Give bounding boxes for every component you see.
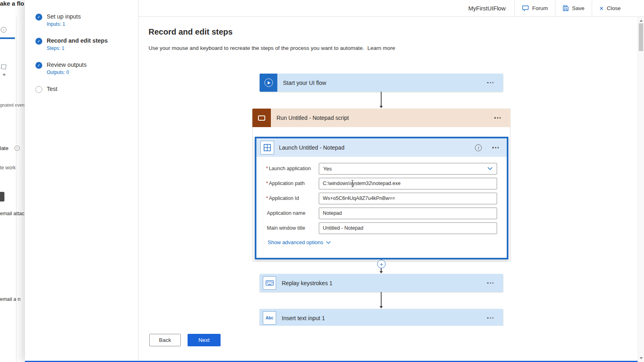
info-icon: i: [14, 146, 20, 151]
step-sublink-outputs[interactable]: Outputs: 0: [47, 70, 87, 75]
background-button-fragment: [0, 192, 4, 202]
template-shape-icon: [1, 64, 6, 70]
application-path-input[interactable]: [319, 178, 497, 189]
selected-tab-underline: [0, 37, 15, 39]
play-icon: [260, 74, 277, 92]
background-text-fragment: te work: [0, 165, 16, 171]
field-label: *Application Id: [266, 195, 319, 201]
forum-icon: [522, 5, 529, 11]
insert-step-button[interactable]: +: [377, 260, 386, 268]
save-icon: [563, 5, 569, 11]
connector-arrow: [381, 92, 382, 106]
wizard-content: Record and edit steps Use your mouse and…: [138, 17, 638, 362]
step-label: Review outputs: [47, 62, 87, 68]
more-menu-icon[interactable]: [486, 80, 494, 85]
ui-flow-wizard-panel: ✓ Set up inputs Inputs: 1 ✓ Record and e…: [25, 0, 644, 362]
topbar: MyFirstUIFlow Forum Save × Close: [138, 0, 644, 17]
field-label: Main window title: [266, 225, 319, 231]
next-button[interactable]: Next: [188, 334, 221, 346]
scroll-up-arrow[interactable]: [640, 20, 643, 22]
scrollbar[interactable]: [638, 17, 644, 362]
close-button[interactable]: × Close: [592, 0, 628, 16]
more-menu-icon[interactable]: [493, 115, 502, 120]
background-text-fragment: gnated even: [0, 103, 25, 107]
step-set-up-inputs[interactable]: ✓ Set up inputs Inputs: 1: [35, 13, 138, 29]
step-sublink-inputs[interactable]: Inputs: 1: [47, 21, 81, 27]
save-button[interactable]: Save: [555, 0, 592, 16]
step-sublink-steps[interactable]: Steps: 1: [47, 45, 107, 51]
background-text-fragment: late: [0, 145, 8, 151]
more-menu-icon[interactable]: [486, 281, 494, 285]
forum-button[interactable]: Forum: [515, 0, 555, 16]
launch-application-dropdown[interactable]: Yes: [319, 163, 497, 175]
background-divider: [16, 17, 17, 362]
check-icon: ✓: [35, 62, 42, 69]
field-label: *Application path: [266, 181, 319, 186]
launch-card-body: *Launch application Yes *Appl: [256, 157, 507, 245]
field-row-application-name: Application name: [266, 207, 507, 219]
card-title: Insert text input 1: [282, 315, 325, 321]
close-icon: ×: [599, 5, 604, 12]
step-label: Record and edit steps: [47, 37, 107, 44]
start-ui-flow-card[interactable]: Start your UI flow: [260, 74, 503, 92]
chevron-down-icon: [326, 241, 331, 244]
background-text-fragment: email attac: [0, 211, 24, 216]
connector-arrow: [381, 292, 382, 306]
launch-card-header[interactable]: Launch Untitled - Notepad i: [256, 138, 507, 157]
main-column: MyFirstUIFlow Forum Save × Close: [138, 0, 644, 362]
window-icon: [252, 109, 271, 127]
app-window-grid-icon: [260, 141, 274, 154]
field-row-application-id: *Application Id: [266, 192, 507, 204]
card-title: Start your UI flow: [283, 80, 326, 86]
background-text-fragment: email a n: [0, 296, 21, 302]
scrollbar-thumb[interactable]: [639, 23, 643, 51]
insert-text-input-card[interactable]: Abc Insert text input 1: [260, 309, 503, 326]
plus-icon: +: [2, 71, 6, 78]
card-title: Replay keystrokes 1: [282, 280, 332, 286]
info-icon[interactable]: i: [475, 144, 482, 151]
step-label: Test: [47, 86, 58, 92]
step-test[interactable]: Test: [35, 86, 138, 101]
card-title: Launch Untitled - Notepad: [279, 144, 345, 151]
card-title: Run Untitled - Notepad script: [277, 115, 349, 121]
empty-circle-icon: [35, 86, 42, 93]
wizard-stepper: ✓ Set up inputs Inputs: 1 ✓ Record and e…: [25, 0, 138, 362]
field-label: *Launch application: [266, 166, 319, 171]
application-id-input[interactable]: [319, 193, 497, 204]
background-heading-fragment: ake a flo: [0, 0, 24, 7]
step-record-and-edit[interactable]: ✓ Record and edit steps Steps: 1: [35, 37, 138, 53]
launch-notepad-card[interactable]: Launch Untitled - Notepad i *Launch appl…: [255, 137, 508, 259]
flow-name: MyFirstUIFlow: [469, 5, 506, 12]
scroll-down-arrow[interactable]: [640, 357, 643, 359]
field-row-main-window-title: Main window title: [266, 222, 507, 234]
field-row-launch-application: *Launch application Yes: [266, 162, 507, 175]
flow-designer-canvas: Start your UI flow Run Untitled - Notepa…: [138, 17, 638, 326]
more-menu-icon[interactable]: [486, 316, 494, 320]
check-icon: ✓: [35, 14, 42, 21]
field-row-application-path: *Application path: [266, 177, 507, 189]
back-button[interactable]: Back: [149, 334, 181, 346]
more-menu-icon[interactable]: [491, 145, 500, 150]
abc-text-icon: Abc: [263, 311, 276, 325]
application-name-input[interactable]: [319, 208, 497, 219]
check-icon: ✓: [35, 38, 42, 45]
replay-keystrokes-card[interactable]: Replay keystrokes 1: [260, 274, 503, 292]
step-review-outputs[interactable]: ✓ Review outputs Outputs: 0: [35, 62, 138, 77]
show-advanced-options-link[interactable]: Show advanced options: [268, 239, 331, 245]
info-icon: i: [1, 27, 6, 33]
background-page: ake a flo i + gnated even late i te work…: [0, 0, 25, 362]
text-cursor: [352, 181, 353, 187]
keyboard-icon: [263, 276, 276, 290]
chevron-down-icon: [487, 167, 493, 170]
step-label: Set up inputs: [47, 13, 81, 20]
scope-header[interactable]: Run Untitled - Notepad script: [252, 109, 510, 127]
field-label: Application name: [266, 210, 319, 216]
main-window-title-input[interactable]: [319, 222, 497, 234]
